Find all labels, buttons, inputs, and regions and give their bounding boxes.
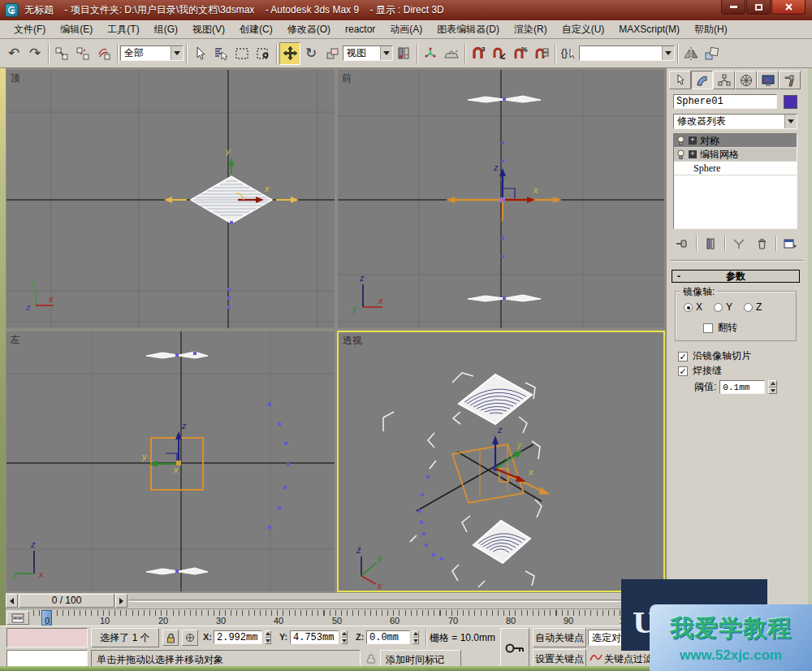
menu-edit[interactable]: 编辑(E): [53, 20, 100, 39]
z-spinner[interactable]: [411, 630, 420, 644]
threshold-spinner[interactable]: [768, 380, 777, 394]
menu-customize[interactable]: 自定义(U): [555, 20, 612, 39]
viewport-left[interactable]: z y x z y x 左: [6, 331, 335, 591]
unlink-selection-button[interactable]: [72, 42, 93, 65]
mirror-plane-gizmo[interactable]: [452, 444, 549, 503]
menu-create[interactable]: 创建(C): [232, 20, 280, 39]
angle-snap-toggle-button[interactable]: [489, 42, 510, 65]
menu-rendering[interactable]: 渲染(R): [507, 20, 555, 39]
close-button[interactable]: [771, 0, 806, 15]
axis-z-radio[interactable]: Z: [744, 301, 762, 313]
named-selection-sets-button[interactable]: {}: [558, 42, 579, 65]
viewport-perspective[interactable]: z y x z̄ y x: [339, 332, 663, 591]
spinner-snap-toggle-button[interactable]: [531, 42, 552, 65]
sphere-disk-top[interactable]: [459, 374, 532, 424]
absolute-offset-toggle[interactable]: [182, 630, 198, 646]
snaps-toggle-button[interactable]: 3: [468, 42, 489, 65]
keyboard-override-button[interactable]: [441, 42, 462, 65]
viewport-left-label[interactable]: 左: [11, 333, 20, 347]
show-end-result-button[interactable]: [700, 235, 721, 253]
frame-counter[interactable]: 0 / 100: [19, 594, 114, 608]
use-pivot-center-button[interactable]: [393, 42, 414, 65]
time-slider-track[interactable]: [129, 600, 662, 602]
select-and-manipulate-button[interactable]: [420, 42, 441, 65]
remove-modifier-button[interactable]: [751, 235, 772, 253]
viewport-top-label[interactable]: 顶: [11, 71, 20, 85]
menu-maxscript[interactable]: MAXScript(M): [611, 21, 687, 37]
next-frame-button[interactable]: [115, 594, 127, 608]
menu-views[interactable]: 视图(V): [185, 20, 232, 39]
move-gizmo[interactable]: z x: [446, 162, 562, 221]
align-button[interactable]: [702, 42, 723, 65]
menu-help[interactable]: 帮助(H): [687, 20, 735, 39]
selection-lock-toggle[interactable]: [162, 630, 179, 646]
move-gizmo[interactable]: z y x: [141, 421, 187, 474]
select-by-name-button[interactable]: [210, 42, 231, 65]
menu-graph-editors[interactable]: 图表编辑器(D): [430, 20, 507, 39]
weld-checkbox[interactable]: ✓: [678, 366, 688, 376]
menu-group[interactable]: 组(G): [147, 20, 185, 39]
threshold-field[interactable]: [719, 380, 765, 394]
key-curve-icon[interactable]: [590, 652, 603, 663]
tab-hierarchy[interactable]: [713, 71, 735, 89]
axis-y-radio[interactable]: Y: [714, 301, 732, 313]
select-object-button[interactable]: [189, 42, 210, 65]
mirror-button[interactable]: [680, 42, 702, 65]
menu-modifiers[interactable]: 修改器(O): [280, 20, 338, 39]
tab-display[interactable]: [757, 71, 779, 89]
window-crossing-toggle[interactable]: [253, 42, 274, 65]
minimize-button[interactable]: [721, 0, 745, 15]
object-color-swatch[interactable]: [784, 95, 797, 109]
y-spinner[interactable]: [339, 630, 348, 644]
flip-checkbox-row[interactable]: 翻转: [703, 321, 737, 335]
selection-filter-dropdown[interactable]: 全部: [120, 45, 184, 61]
expand-icon[interactable]: +: [689, 136, 697, 145]
sphere-edge-top[interactable]: [146, 352, 208, 358]
axis-x-radio[interactable]: X: [684, 301, 702, 313]
rectangular-selection-region-button[interactable]: [231, 42, 253, 65]
menu-reactor[interactable]: reactor: [338, 21, 382, 37]
stack-item-symmetry[interactable]: + 对称: [674, 134, 797, 148]
modifier-on-bulb-icon[interactable]: [676, 136, 685, 146]
object-name-field[interactable]: [673, 94, 777, 109]
timeline-ruler[interactable]: 0 10 20 30 40 50 60 70 80 90 100: [33, 609, 663, 626]
move-gizmo[interactable]: z y x: [492, 425, 533, 482]
stack-item-edit-mesh[interactable]: + 编辑网格: [674, 148, 797, 162]
maximize-button[interactable]: [746, 0, 771, 15]
isolate-icon[interactable]: [365, 653, 377, 665]
auto-key-button[interactable]: 自动关键点: [533, 628, 586, 647]
slice-checkbox[interactable]: ✓: [678, 352, 688, 361]
menu-file[interactable]: 文件(F): [6, 20, 53, 39]
z-coordinate-field[interactable]: [366, 630, 410, 644]
previous-frame-button[interactable]: [6, 594, 18, 608]
redo-button[interactable]: ↷: [24, 42, 45, 65]
maxscript-mini-listener-macro[interactable]: [6, 628, 88, 647]
open-mini-listener-button[interactable]: [6, 611, 29, 625]
configure-modifier-sets-button[interactable]: [780, 235, 801, 253]
select-and-scale-button[interactable]: [322, 42, 343, 65]
sphere-edge-bottom[interactable]: [468, 295, 541, 301]
modifier-on-bulb-icon[interactable]: [676, 149, 685, 160]
select-and-rotate-button[interactable]: ↻: [300, 42, 322, 65]
viewport-top[interactable]: y x y z x 顶: [6, 70, 335, 328]
sphere-edge-top[interactable]: [468, 96, 541, 102]
viewport-front-label[interactable]: 前: [342, 71, 352, 85]
weld-checkbox-row[interactable]: ✓ 焊接缝: [678, 364, 722, 378]
slice-checkbox-row[interactable]: ✓ 沿镜像轴切片: [678, 349, 751, 363]
tab-modify[interactable]: [691, 71, 713, 89]
tab-motion[interactable]: [735, 71, 757, 89]
y-coordinate-field[interactable]: [290, 630, 339, 644]
expand-icon[interactable]: +: [689, 150, 697, 158]
menu-tools[interactable]: 工具(T): [100, 20, 146, 39]
set-keys-button[interactable]: [500, 628, 529, 669]
pin-stack-button[interactable]: [672, 235, 693, 253]
parameters-rollout-header[interactable]: - 参数: [672, 270, 800, 283]
sphere-edge-bottom[interactable]: [146, 568, 208, 574]
percent-snap-toggle-button[interactable]: %: [510, 42, 531, 65]
select-and-move-button[interactable]: [279, 42, 300, 65]
viewport-perspective-label[interactable]: 透视: [343, 334, 362, 348]
x-coordinate-field[interactable]: [214, 630, 262, 644]
menu-animation[interactable]: 动画(A): [382, 20, 430, 39]
reference-coordinate-dropdown[interactable]: 视图: [343, 45, 393, 61]
named-selection-dropdown[interactable]: [579, 45, 675, 61]
